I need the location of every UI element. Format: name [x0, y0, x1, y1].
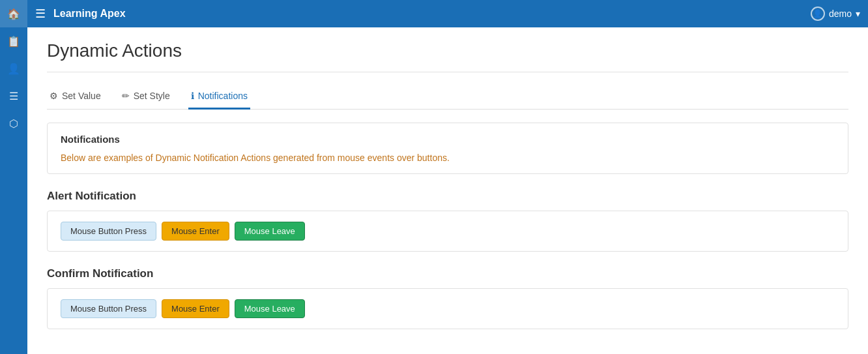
sidebar-item-home[interactable]: 🏠 [0, 0, 27, 27]
tab-notifications[interactable]: ℹ Notifications [188, 85, 250, 110]
tabs-bar: ⚙ Set Value ✏ Set Style ℹ Notifications [47, 85, 848, 110]
user-name: demo [829, 8, 852, 19]
confirm-section: Confirm Notification Mouse Button Press … [47, 267, 848, 329]
sidebar-item-network[interactable]: ⬡ [0, 110, 27, 137]
confirm-button-group: Mouse Button Press Mouse Enter Mouse Lea… [47, 288, 848, 329]
confirm-mouse-leave[interactable]: Mouse Leave [235, 299, 305, 318]
hamburger-icon[interactable]: ☰ [35, 7, 46, 21]
set-value-icon: ⚙ [50, 91, 58, 101]
info-box-title: Notifications [61, 134, 835, 145]
main-area: ☰ Learning Apex 👤 demo ▾ Dynamic Actions… [27, 0, 868, 354]
alert-section-title: Alert Notification [47, 190, 848, 203]
user-dropdown-icon: ▾ [856, 8, 860, 19]
tab-set-style-label: Set Style [134, 91, 170, 101]
alert-section: Alert Notification Mouse Button Press Mo… [47, 190, 848, 252]
alert-mouse-button-press[interactable]: Mouse Button Press [61, 222, 156, 241]
alert-button-group: Mouse Button Press Mouse Enter Mouse Lea… [47, 211, 848, 252]
alert-mouse-leave[interactable]: Mouse Leave [235, 222, 305, 241]
tab-notifications-label: Notifications [198, 91, 248, 101]
user-avatar-icon: 👤 [811, 7, 825, 21]
notifications-icon: ℹ [191, 91, 194, 101]
info-box: Notifications Below are examples of Dyna… [47, 123, 848, 174]
user-menu[interactable]: 👤 demo ▾ [811, 7, 860, 21]
content-area: Dynamic Actions ⚙ Set Value ✏ Set Style … [27, 27, 868, 354]
tab-set-value[interactable]: ⚙ Set Value [47, 85, 104, 110]
confirm-mouse-button-press[interactable]: Mouse Button Press [61, 299, 156, 318]
sidebar-item-users[interactable]: 👤 [0, 55, 27, 82]
sidebar: 🏠 📋 👤 ☰ ⬡ [0, 0, 27, 354]
page-title: Dynamic Actions [47, 40, 848, 72]
confirm-mouse-enter[interactable]: Mouse Enter [162, 299, 229, 318]
app-title: Learning Apex [53, 8, 811, 20]
confirm-section-title: Confirm Notification [47, 267, 848, 280]
info-box-text: Below are examples of Dynamic Notificati… [61, 153, 835, 163]
tab-set-value-label: Set Value [62, 91, 101, 101]
tab-set-style[interactable]: ✏ Set Style [119, 85, 173, 110]
topbar: ☰ Learning Apex 👤 demo ▾ [27, 0, 868, 27]
sidebar-item-list[interactable]: ☰ [0, 82, 27, 110]
sidebar-item-copy[interactable]: 📋 [0, 27, 27, 55]
set-style-icon: ✏ [122, 91, 130, 101]
alert-mouse-enter[interactable]: Mouse Enter [162, 222, 229, 241]
